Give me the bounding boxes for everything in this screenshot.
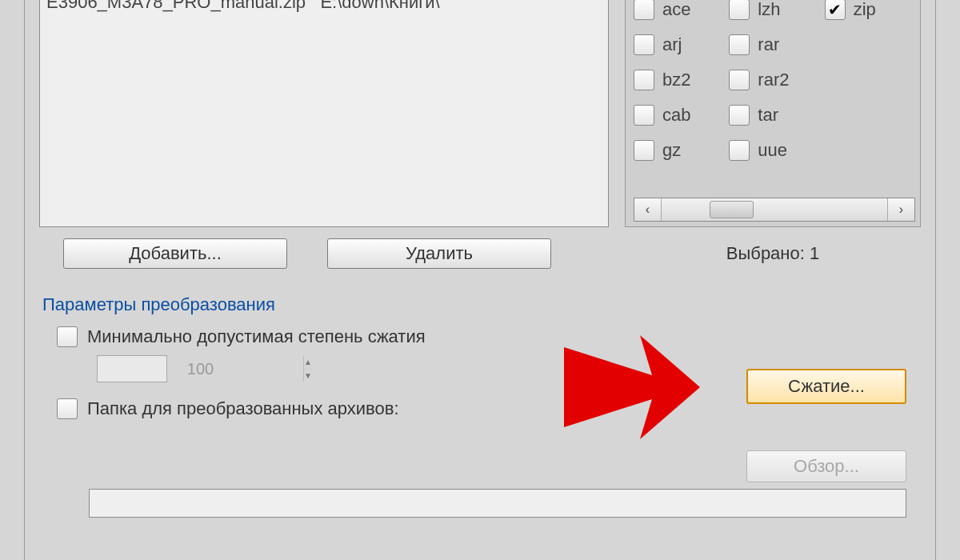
format-checkbox-uue[interactable] bbox=[729, 140, 750, 161]
format-checkbox-tar[interactable] bbox=[729, 105, 750, 126]
spinner-arrows: ▲ ▼ bbox=[303, 356, 312, 382]
output-folder-label: Папка для преобразованных архивов: bbox=[87, 398, 399, 419]
delete-button[interactable]: Удалить bbox=[327, 238, 551, 269]
format-checkbox-bz2[interactable] bbox=[634, 70, 654, 90]
format-label: tar bbox=[758, 105, 778, 126]
file-list-panel[interactable]: E3906_M3A78_PRO_manual.zip E:\down\Книги… bbox=[39, 0, 609, 227]
compress-button[interactable]: Сжатие... bbox=[746, 369, 906, 404]
format-checkbox-ace[interactable] bbox=[634, 0, 654, 20]
parameters-section-title: Параметры преобразования bbox=[42, 294, 921, 315]
format-item-zip[interactable]: zip bbox=[825, 0, 915, 27]
scroll-thumb[interactable] bbox=[710, 201, 754, 218]
scroll-right-button[interactable]: › bbox=[887, 198, 914, 221]
format-item-lzh[interactable]: lzh bbox=[729, 0, 819, 27]
min-ratio-label: Минимально допустимая степень сжатия bbox=[87, 326, 426, 347]
format-horizontal-scrollbar[interactable]: ‹ › bbox=[634, 198, 915, 222]
format-checkbox-lzh[interactable] bbox=[729, 0, 750, 20]
format-checkbox-gz[interactable] bbox=[634, 140, 654, 161]
mid-row: Добавить... Удалить Выбрано: 1 bbox=[39, 238, 921, 269]
file-entry-name[interactable]: E3906_M3A78_PRO_manual.zip bbox=[46, 0, 306, 12]
selected-count-label: Выбрано: 1 bbox=[625, 243, 921, 264]
format-label: zip bbox=[854, 0, 876, 20]
file-entry-path: E:\down\Книги\ bbox=[320, 0, 439, 12]
format-label: ace bbox=[662, 0, 690, 20]
format-grid: acelzhziparjrarbz2rar2cabtargzuue bbox=[634, 0, 915, 194]
format-checkbox-arj[interactable] bbox=[634, 34, 654, 55]
spinner-up-icon: ▲ bbox=[304, 356, 312, 370]
format-item-bz2[interactable]: bz2 bbox=[634, 62, 724, 98]
min-ratio-input bbox=[98, 356, 303, 382]
spinner-down-icon: ▼ bbox=[304, 370, 312, 382]
format-label: gz bbox=[662, 140, 681, 161]
svg-marker-0 bbox=[564, 335, 700, 439]
format-label: bz2 bbox=[662, 70, 690, 90]
format-label: arj bbox=[662, 34, 682, 55]
format-item-ace[interactable]: ace bbox=[634, 0, 724, 27]
format-item-cab[interactable]: cab bbox=[634, 98, 724, 133]
format-checkbox-rar[interactable] bbox=[729, 34, 750, 55]
format-checkbox-rar2[interactable] bbox=[729, 70, 750, 90]
format-label: rar bbox=[758, 34, 779, 55]
add-button[interactable]: Добавить... bbox=[63, 238, 287, 269]
scroll-left-button[interactable]: ‹ bbox=[634, 198, 662, 221]
min-ratio-checkbox[interactable] bbox=[57, 326, 78, 347]
format-item-empty bbox=[825, 62, 915, 98]
format-item-empty bbox=[825, 133, 915, 168]
min-ratio-row: Минимально допустимая степень сжатия bbox=[57, 326, 921, 347]
scroll-track[interactable] bbox=[662, 198, 887, 221]
format-item-tar[interactable]: tar bbox=[729, 98, 819, 133]
output-folder-checkbox[interactable] bbox=[57, 398, 78, 419]
format-item-empty bbox=[825, 27, 915, 62]
format-item-rar[interactable]: rar bbox=[729, 27, 819, 62]
format-item-arj[interactable]: arj bbox=[634, 27, 724, 62]
format-item-uue[interactable]: uue bbox=[729, 133, 819, 168]
format-label: lzh bbox=[758, 0, 780, 20]
format-item-rar2[interactable]: rar2 bbox=[729, 62, 819, 98]
format-label: rar2 bbox=[758, 70, 789, 90]
format-checkbox-zip[interactable] bbox=[825, 0, 846, 20]
format-item-gz[interactable]: gz bbox=[634, 133, 724, 168]
top-row: E3906_M3A78_PRO_manual.zip E:\down\Книги… bbox=[39, 0, 921, 227]
output-path-field[interactable] bbox=[89, 489, 906, 518]
browse-button: Обзор... bbox=[746, 450, 906, 482]
format-item-empty bbox=[825, 98, 915, 133]
format-label: cab bbox=[662, 105, 690, 126]
min-ratio-spinner: ▲ ▼ bbox=[97, 355, 167, 382]
dialog-frame: E3906_M3A78_PRO_manual.zip E:\down\Книги… bbox=[24, 0, 936, 560]
format-label: uue bbox=[758, 140, 787, 161]
format-panel: acelzhziparjrarbz2rar2cabtargzuue ‹ › bbox=[625, 0, 921, 227]
format-checkbox-cab[interactable] bbox=[634, 105, 654, 126]
